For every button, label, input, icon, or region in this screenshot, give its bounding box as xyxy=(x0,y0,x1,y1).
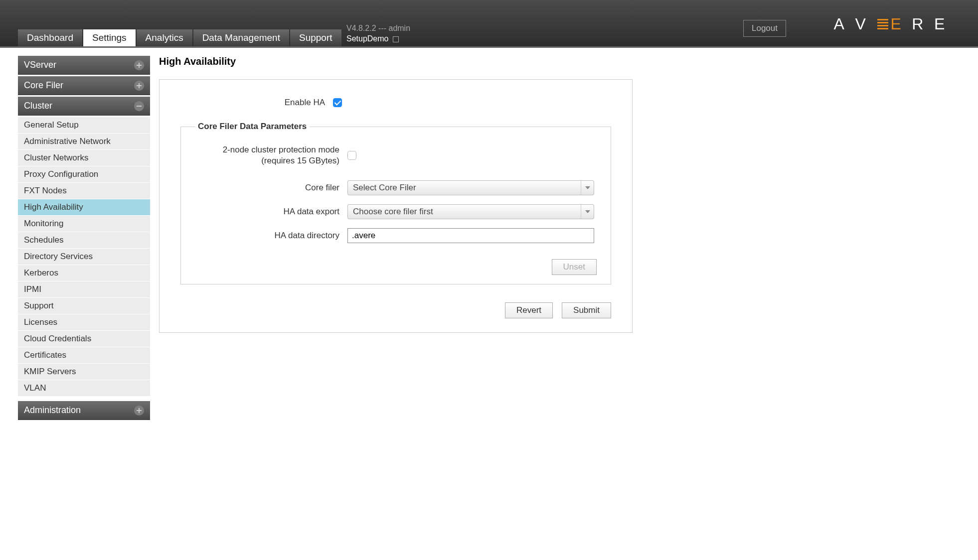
revert-button[interactable]: Revert xyxy=(505,302,553,318)
tab-data-management[interactable]: Data Management xyxy=(193,29,289,46)
version-info: V4.8.2.2 --- admin SetupDemo xyxy=(346,23,410,44)
sidebar-item-cluster-networks[interactable]: Cluster Networks xyxy=(18,150,150,166)
core-filer-select[interactable]: Select Core Filer xyxy=(347,180,594,195)
version-line: V4.8.2.2 --- admin xyxy=(346,23,410,34)
sidebar-item-administrative-network[interactable]: Administrative Network xyxy=(18,134,150,149)
sidebar-item-high-availability[interactable]: High Availability xyxy=(18,199,150,215)
logo-letter-v: V xyxy=(855,15,866,33)
sidebar-section-label: Core Filer xyxy=(24,80,63,91)
sidebar-item-directory-services[interactable]: Directory Services xyxy=(18,249,150,265)
enable-ha-label: Enable HA xyxy=(180,98,325,108)
sidebar-section-administration[interactable]: Administration xyxy=(18,401,150,420)
plus-icon xyxy=(134,60,144,70)
sidebar-item-licenses[interactable]: Licenses xyxy=(18,314,150,330)
document-icon[interactable] xyxy=(393,36,399,42)
unset-button[interactable]: Unset xyxy=(552,259,597,275)
sidebar-item-proxy-configuration[interactable]: Proxy Configuration xyxy=(18,166,150,182)
logo-letter-a: A xyxy=(833,15,845,33)
sidebar: VServer Core Filer Cluster General Setup… xyxy=(18,56,150,421)
core-filer-label: Core filer xyxy=(195,183,339,193)
enable-ha-checkbox[interactable] xyxy=(333,98,342,107)
two-node-label: 2-node cluster protection mode (requires… xyxy=(195,144,339,166)
cluster-name: SetupDemo xyxy=(346,34,389,43)
core-filer-select-value: Select Core Filer xyxy=(353,183,416,193)
fieldset-legend: Core Filer Data Parameters xyxy=(195,122,310,132)
core-filer-data-parameters: Core Filer Data Parameters 2-node cluste… xyxy=(180,122,611,284)
sidebar-item-vlan[interactable]: VLAN xyxy=(18,380,150,396)
ha-data-directory-input[interactable] xyxy=(347,228,594,243)
sidebar-item-general-setup[interactable]: General Setup xyxy=(18,117,150,133)
page-title: High Availability xyxy=(159,56,960,67)
sidebar-item-kmip-servers[interactable]: KMIP Servers xyxy=(18,364,150,380)
sidebar-item-cloud-credentials[interactable]: Cloud Credentials xyxy=(18,331,150,347)
sidebar-section-corefiler[interactable]: Core Filer xyxy=(18,76,150,95)
logout-button[interactable]: Logout xyxy=(743,20,786,37)
chevron-down-icon xyxy=(581,181,594,195)
logo-letter-e: E xyxy=(890,15,902,33)
content: High Availability Enable HA Core Filer D… xyxy=(159,56,960,333)
brand-logo: A V E R E xyxy=(833,15,946,33)
chevron-down-icon xyxy=(581,205,594,219)
nav-tabs: Dashboard Settings Analytics Data Manage… xyxy=(18,29,341,46)
sidebar-item-certificates[interactable]: Certificates xyxy=(18,347,150,363)
sidebar-item-fxt-nodes[interactable]: FXT Nodes xyxy=(18,183,150,199)
sidebar-item-schedules[interactable]: Schedules xyxy=(18,232,150,248)
sidebar-section-cluster[interactable]: Cluster xyxy=(18,97,150,116)
tab-support[interactable]: Support xyxy=(290,29,341,46)
sidebar-item-ipmi[interactable]: IPMI xyxy=(18,281,150,297)
minus-icon xyxy=(134,101,144,111)
tab-settings[interactable]: Settings xyxy=(83,29,136,46)
sidebar-item-monitoring[interactable]: Monitoring xyxy=(18,216,150,232)
tab-dashboard[interactable]: Dashboard xyxy=(18,29,82,46)
sidebar-item-kerberos[interactable]: Kerberos xyxy=(18,265,150,281)
submit-button[interactable]: Submit xyxy=(562,302,611,318)
plus-icon xyxy=(134,406,144,416)
ha-data-export-select[interactable]: Choose core filer first xyxy=(347,204,594,219)
two-node-checkbox[interactable] xyxy=(347,151,356,160)
tab-analytics[interactable]: Analytics xyxy=(137,29,192,46)
ha-panel: Enable HA Core Filer Data Parameters 2-n… xyxy=(159,79,633,333)
sidebar-section-label: VServer xyxy=(24,60,56,70)
sidebar-section-label: Cluster xyxy=(24,101,52,111)
logo-letter-e2: E xyxy=(934,15,946,33)
sidebar-section-vserver[interactable]: VServer xyxy=(18,56,150,75)
plus-icon xyxy=(134,81,144,91)
ha-export-select-value: Choose core filer first xyxy=(353,207,433,217)
sidebar-section-label: Administration xyxy=(24,405,81,416)
logo-bars-icon xyxy=(877,19,888,29)
ha-dir-label: HA data directory xyxy=(195,231,339,241)
ha-export-label: HA data export xyxy=(195,207,339,217)
logo-letter-r: R xyxy=(912,15,924,33)
topbar: Logout A V E R E V4.8.2.2 --- admin Setu… xyxy=(0,0,978,48)
sidebar-item-support[interactable]: Support xyxy=(18,298,150,314)
